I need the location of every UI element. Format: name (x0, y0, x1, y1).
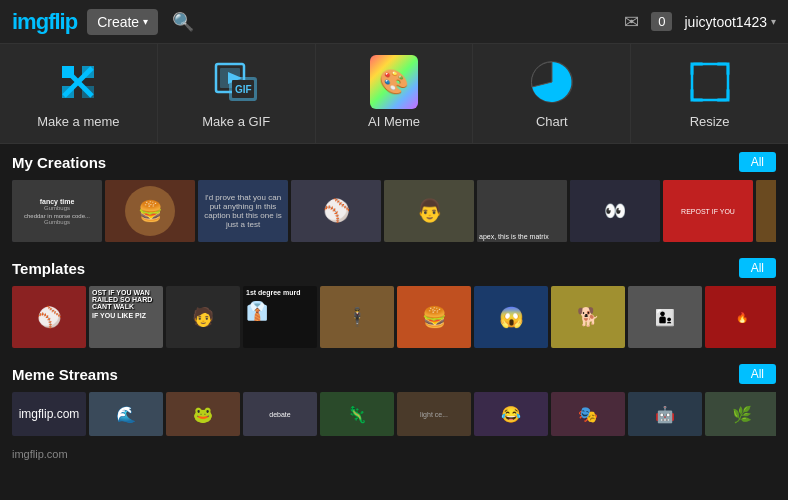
resize-icon (686, 58, 734, 106)
meme-streams-section: Meme Streams All imgflip.com 🌊 🐸 debate … (0, 356, 788, 444)
creation-thumb-5[interactable]: 👨 (384, 180, 474, 242)
meme-streams-strip: imgflip.com 🌊 🐸 debate 🦎 light ce... 😂 🎭… (12, 392, 776, 436)
site-url: imgflip.com (12, 448, 68, 460)
template-thumb-4[interactable]: 1st degree murd 👔 (243, 286, 317, 348)
stream-thumb-5[interactable]: 🦎 (320, 392, 394, 436)
create-button[interactable]: Create (87, 9, 158, 35)
templates-strip: ⚾ OST IF YOU WAN RAILED SO HARD CANT WAL… (12, 286, 776, 348)
creation-thumb-1[interactable]: fancy time Gumbugs cheddar in morse code… (12, 180, 102, 242)
creation-thumb-2[interactable]: 🍔 (105, 180, 195, 242)
make-gif-label: Make a GIF (202, 114, 270, 129)
thumb-inner: fancy time Gumbugs cheddar in morse code… (12, 180, 102, 242)
stream-thumb-7[interactable]: 😂 (474, 392, 548, 436)
make-gif-icon: GIF (212, 58, 260, 106)
creation-thumb-7[interactable]: 👀 (570, 180, 660, 242)
template-thumb-1[interactable]: ⚾ (12, 286, 86, 348)
svg-text:GIF: GIF (235, 84, 252, 95)
creation-thumb-8[interactable]: REPOST IF YOU (663, 180, 753, 242)
action-resize[interactable]: Resize (631, 44, 788, 143)
stream-thumb-2[interactable]: 🌊 (89, 392, 163, 436)
ai-thumb: 🎨 (370, 55, 418, 109)
creation-thumb-3[interactable]: I'd prove that you can put anything in t… (198, 180, 288, 242)
stream-thumb-1[interactable]: imgflip.com (12, 392, 86, 436)
thumb-inner: I'd prove that you can put anything in t… (198, 180, 288, 242)
template-thumb-3[interactable]: 🧑 (166, 286, 240, 348)
username-menu[interactable]: juicytoot1423 (684, 14, 776, 30)
my-creations-title: My Creations (12, 154, 106, 171)
stream-thumb-10[interactable]: 🌿 (705, 392, 776, 436)
template-thumb-7[interactable]: 😱 (474, 286, 548, 348)
my-creations-section: My Creations All fancy time Gumbugs ched… (0, 144, 788, 250)
thumb-inner: REPOST IF YOU (663, 180, 753, 242)
search-icon[interactable]: 🔍 (172, 11, 194, 33)
creation-thumb-4[interactable]: ⚾ (291, 180, 381, 242)
meme-streams-header: Meme Streams All (12, 364, 776, 384)
bottom-bar: imgflip.com (0, 444, 788, 464)
template-thumb-10[interactable]: 🔥 (705, 286, 776, 348)
action-ai-meme[interactable]: 🎨 AI Meme (316, 44, 474, 143)
templates-header: Templates All (12, 258, 776, 278)
svg-rect-13 (692, 64, 728, 100)
stream-thumb-4[interactable]: debate (243, 392, 317, 436)
header: imgflip Create 🔍 ✉ 0 juicytoot1423 (0, 0, 788, 44)
stream-thumb-8[interactable]: 🎭 (551, 392, 625, 436)
stream-thumb-9[interactable]: 🤖 (628, 392, 702, 436)
thumb-inner: apex, this is the matrix (477, 180, 567, 242)
thumb-inner: 👀 (570, 180, 660, 242)
meme-streams-title: Meme Streams (12, 366, 118, 383)
meme-streams-all-button[interactable]: All (739, 364, 776, 384)
header-right: ✉ 0 juicytoot1423 (624, 11, 776, 33)
logo[interactable]: imgflip (12, 9, 77, 35)
template-thumb-6[interactable]: 🍔 (397, 286, 471, 348)
make-meme-label: Make a meme (37, 114, 119, 129)
logo-flip: flip (48, 9, 77, 34)
ai-meme-icon: 🎨 (370, 58, 418, 106)
action-chart[interactable]: Chart (473, 44, 631, 143)
action-make-gif[interactable]: GIF Make a GIF (158, 44, 316, 143)
notification-count[interactable]: 0 (651, 12, 672, 31)
make-meme-icon (54, 58, 102, 106)
stream-thumb-3[interactable]: 🐸 (166, 392, 240, 436)
thumb-inner: ⚾ (291, 180, 381, 242)
my-creations-all-button[interactable]: All (739, 152, 776, 172)
thumb-inner: 👨 (384, 180, 474, 242)
action-make-meme[interactable]: Make a meme (0, 44, 158, 143)
templates-section: Templates All ⚾ OST IF YOU WAN RAILED SO… (0, 250, 788, 356)
my-creations-header: My Creations All (12, 152, 776, 172)
logo-img: img (12, 9, 48, 34)
chart-icon (528, 58, 576, 106)
quick-actions: Make a meme GIF Make a GIF 🎨 AI Meme (0, 44, 788, 144)
stream-thumb-6[interactable]: light ce... (397, 392, 471, 436)
thumb-inner: 🍔 (105, 180, 195, 242)
template-thumb-8[interactable]: 🐕 (551, 286, 625, 348)
templates-all-button[interactable]: All (739, 258, 776, 278)
ai-meme-label: AI Meme (368, 114, 420, 129)
chart-label: Chart (536, 114, 568, 129)
template-thumb-9[interactable]: 👨‍👦 (628, 286, 702, 348)
mail-icon[interactable]: ✉ (624, 11, 639, 33)
my-creations-strip: fancy time Gumbugs cheddar in morse code… (12, 180, 776, 242)
templates-title: Templates (12, 260, 85, 277)
thumb-inner: 🍝 (756, 180, 776, 242)
template-thumb-5[interactable]: 🕴️ (320, 286, 394, 348)
resize-label: Resize (690, 114, 730, 129)
creation-thumb-6[interactable]: apex, this is the matrix (477, 180, 567, 242)
creation-thumb-9[interactable]: 🍝 (756, 180, 776, 242)
template-thumb-2[interactable]: OST IF YOU WAN RAILED SO HARD CANT WALK … (89, 286, 163, 348)
